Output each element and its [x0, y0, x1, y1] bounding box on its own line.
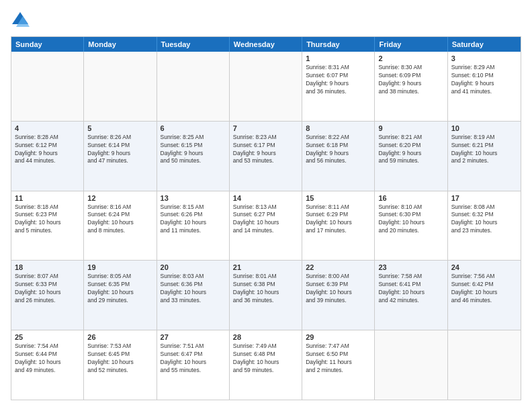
empty-cell-0-0: [11, 52, 84, 121]
day-cell-21: 21Sunrise: 8:01 AM Sunset: 6:38 PM Dayli…: [230, 261, 302, 330]
day-cell-6: 6Sunrise: 8:25 AM Sunset: 6:15 PM Daylig…: [157, 122, 230, 191]
day-info: Sunrise: 8:03 AM Sunset: 6:36 PM Dayligh…: [161, 273, 226, 305]
day-cell-26: 26Sunrise: 7:53 AM Sunset: 6:45 PM Dayli…: [84, 330, 157, 400]
day-info: Sunrise: 7:47 AM Sunset: 6:50 PM Dayligh…: [306, 342, 371, 375]
day-info: Sunrise: 8:25 AM Sunset: 6:15 PM Dayligh…: [161, 134, 226, 166]
day-cell-1: 1Sunrise: 8:31 AM Sunset: 6:07 PM Daylig…: [302, 52, 375, 121]
day-info: Sunrise: 8:13 AM Sunset: 6:27 PM Dayligh…: [233, 203, 298, 236]
day-info: Sunrise: 7:58 AM Sunset: 6:41 PM Dayligh…: [378, 273, 443, 305]
empty-cell-0-1: [84, 52, 157, 121]
page: SundayMondayTuesdayWednesdayThursdayFrid…: [0, 0, 532, 411]
calendar-row-1: 4Sunrise: 8:28 AM Sunset: 6:12 PM Daylig…: [11, 121, 521, 191]
day-cell-22: 22Sunrise: 8:00 AM Sunset: 6:39 PM Dayli…: [302, 261, 375, 330]
day-number: 29: [306, 333, 371, 341]
empty-cell-0-2: [157, 52, 230, 121]
day-number: 28: [233, 333, 298, 341]
day-info: Sunrise: 8:00 AM Sunset: 6:39 PM Dayligh…: [306, 273, 371, 305]
day-cell-8: 8Sunrise: 8:22 AM Sunset: 6:18 PM Daylig…: [302, 122, 375, 191]
day-number: 1: [306, 54, 371, 62]
header: [11, 11, 521, 30]
day-info: Sunrise: 8:15 AM Sunset: 6:26 PM Dayligh…: [161, 203, 226, 236]
day-info: Sunrise: 8:05 AM Sunset: 6:35 PM Dayligh…: [87, 273, 152, 305]
day-number: 15: [306, 194, 371, 202]
day-info: Sunrise: 8:28 AM Sunset: 6:12 PM Dayligh…: [15, 134, 80, 166]
day-cell-14: 14Sunrise: 8:13 AM Sunset: 6:27 PM Dayli…: [230, 191, 302, 261]
day-number: 7: [233, 124, 298, 132]
day-number: 20: [161, 263, 226, 271]
day-info: Sunrise: 8:01 AM Sunset: 6:38 PM Dayligh…: [233, 273, 298, 305]
header-day-thursday: Thursday: [302, 37, 375, 52]
day-info: Sunrise: 7:54 AM Sunset: 6:44 PM Dayligh…: [15, 342, 80, 375]
header-day-monday: Monday: [84, 37, 157, 52]
day-info: Sunrise: 7:53 AM Sunset: 6:45 PM Dayligh…: [87, 342, 152, 375]
day-number: 17: [451, 194, 517, 202]
empty-cell-4-5: [375, 330, 447, 400]
day-cell-5: 5Sunrise: 8:26 AM Sunset: 6:14 PM Daylig…: [84, 122, 157, 191]
day-number: 9: [378, 124, 443, 132]
day-info: Sunrise: 8:19 AM Sunset: 6:21 PM Dayligh…: [451, 134, 517, 166]
day-info: Sunrise: 8:21 AM Sunset: 6:20 PM Dayligh…: [378, 134, 443, 166]
day-cell-23: 23Sunrise: 7:58 AM Sunset: 6:41 PM Dayli…: [375, 261, 447, 330]
day-cell-27: 27Sunrise: 7:51 AM Sunset: 6:47 PM Dayli…: [157, 330, 230, 400]
day-cell-9: 9Sunrise: 8:21 AM Sunset: 6:20 PM Daylig…: [375, 122, 447, 191]
header-day-friday: Friday: [375, 37, 447, 52]
day-info: Sunrise: 8:07 AM Sunset: 6:33 PM Dayligh…: [15, 273, 80, 305]
day-cell-12: 12Sunrise: 8:16 AM Sunset: 6:24 PM Dayli…: [84, 191, 157, 261]
header-day-tuesday: Tuesday: [157, 37, 230, 52]
day-cell-4: 4Sunrise: 8:28 AM Sunset: 6:12 PM Daylig…: [11, 122, 84, 191]
day-info: Sunrise: 7:51 AM Sunset: 6:47 PM Dayligh…: [161, 342, 226, 375]
day-info: Sunrise: 8:08 AM Sunset: 6:32 PM Dayligh…: [451, 203, 517, 236]
day-cell-11: 11Sunrise: 8:18 AM Sunset: 6:23 PM Dayli…: [11, 191, 84, 261]
day-cell-18: 18Sunrise: 8:07 AM Sunset: 6:33 PM Dayli…: [11, 261, 84, 330]
day-cell-7: 7Sunrise: 8:23 AM Sunset: 6:17 PM Daylig…: [230, 122, 302, 191]
calendar-header: SundayMondayTuesdayWednesdayThursdayFrid…: [11, 37, 521, 52]
day-number: 22: [306, 263, 371, 271]
day-number: 27: [161, 333, 226, 341]
day-info: Sunrise: 8:31 AM Sunset: 6:07 PM Dayligh…: [306, 64, 371, 96]
day-info: Sunrise: 8:23 AM Sunset: 6:17 PM Dayligh…: [233, 134, 298, 166]
day-number: 4: [15, 124, 80, 132]
empty-cell-4-6: [448, 330, 521, 400]
calendar-row-2: 11Sunrise: 8:18 AM Sunset: 6:23 PM Dayli…: [11, 191, 521, 261]
empty-cell-0-3: [230, 52, 302, 121]
day-number: 14: [233, 194, 298, 202]
header-day-saturday: Saturday: [448, 37, 521, 52]
day-number: 19: [87, 263, 152, 271]
day-number: 26: [87, 333, 152, 341]
day-number: 24: [451, 263, 517, 271]
day-info: Sunrise: 8:10 AM Sunset: 6:30 PM Dayligh…: [378, 203, 443, 236]
day-info: Sunrise: 8:11 AM Sunset: 6:29 PM Dayligh…: [306, 203, 371, 236]
day-cell-2: 2Sunrise: 8:30 AM Sunset: 6:09 PM Daylig…: [375, 52, 447, 121]
day-info: Sunrise: 7:56 AM Sunset: 6:42 PM Dayligh…: [451, 273, 517, 305]
header-day-wednesday: Wednesday: [230, 37, 302, 52]
day-number: 12: [87, 194, 152, 202]
day-info: Sunrise: 8:30 AM Sunset: 6:09 PM Dayligh…: [378, 64, 443, 96]
day-cell-13: 13Sunrise: 8:15 AM Sunset: 6:26 PM Dayli…: [157, 191, 230, 261]
day-number: 2: [378, 54, 443, 62]
day-number: 6: [161, 124, 226, 132]
day-cell-24: 24Sunrise: 7:56 AM Sunset: 6:42 PM Dayli…: [448, 261, 521, 330]
day-cell-16: 16Sunrise: 8:10 AM Sunset: 6:30 PM Dayli…: [375, 191, 447, 261]
day-number: 8: [306, 124, 371, 132]
day-number: 23: [378, 263, 443, 271]
day-info: Sunrise: 8:18 AM Sunset: 6:23 PM Dayligh…: [15, 203, 80, 236]
day-number: 5: [87, 124, 152, 132]
day-cell-19: 19Sunrise: 8:05 AM Sunset: 6:35 PM Dayli…: [84, 261, 157, 330]
day-cell-15: 15Sunrise: 8:11 AM Sunset: 6:29 PM Dayli…: [302, 191, 375, 261]
day-info: Sunrise: 8:29 AM Sunset: 6:10 PM Dayligh…: [451, 64, 517, 96]
day-cell-17: 17Sunrise: 8:08 AM Sunset: 6:32 PM Dayli…: [448, 191, 521, 261]
calendar: SundayMondayTuesdayWednesdayThursdayFrid…: [11, 36, 521, 400]
day-info: Sunrise: 8:16 AM Sunset: 6:24 PM Dayligh…: [87, 203, 152, 236]
logo-icon: [11, 11, 30, 30]
calendar-row-3: 18Sunrise: 8:07 AM Sunset: 6:33 PM Dayli…: [11, 260, 521, 330]
calendar-body: 1Sunrise: 8:31 AM Sunset: 6:07 PM Daylig…: [11, 52, 521, 400]
day-cell-3: 3Sunrise: 8:29 AM Sunset: 6:10 PM Daylig…: [448, 52, 521, 121]
day-cell-28: 28Sunrise: 7:49 AM Sunset: 6:48 PM Dayli…: [230, 330, 302, 400]
day-number: 18: [15, 263, 80, 271]
day-cell-10: 10Sunrise: 8:19 AM Sunset: 6:21 PM Dayli…: [448, 122, 521, 191]
day-cell-20: 20Sunrise: 8:03 AM Sunset: 6:36 PM Dayli…: [157, 261, 230, 330]
day-number: 16: [378, 194, 443, 202]
day-number: 13: [161, 194, 226, 202]
calendar-row-0: 1Sunrise: 8:31 AM Sunset: 6:07 PM Daylig…: [11, 52, 521, 121]
day-cell-29: 29Sunrise: 7:47 AM Sunset: 6:50 PM Dayli…: [302, 330, 375, 400]
